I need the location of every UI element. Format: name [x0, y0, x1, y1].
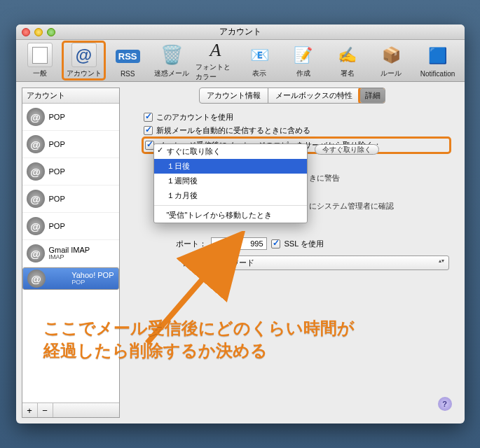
- toolbar-general[interactable]: 一般: [20, 43, 60, 78]
- dropdown-item[interactable]: １週間後: [154, 174, 307, 188]
- auth-label: 認証：: [144, 258, 207, 268]
- account-icon: @: [27, 108, 45, 126]
- close-window[interactable]: [22, 28, 30, 36]
- partial-text: にシステム管理者に確認: [309, 201, 394, 211]
- toolbar-rules[interactable]: 📦 ルール: [371, 43, 411, 78]
- divider: [154, 205, 307, 206]
- add-account-button[interactable]: +: [22, 403, 38, 417]
- toolbar-view[interactable]: 📧 表示: [240, 43, 280, 78]
- account-name: POP: [49, 167, 65, 176]
- toolbar-compose[interactable]: 📝 作成: [284, 43, 324, 78]
- dropdown-item-hover[interactable]: １日後: [154, 159, 307, 174]
- preferences-window: アカウント 一般 @ アカウント RSS RSS 🗑️ 迷惑メール A フォント…: [16, 24, 465, 424]
- account-row[interactable]: @POP: [22, 104, 119, 131]
- rss-icon: RSS: [115, 43, 140, 69]
- toolbar-accounts[interactable]: @ アカウント: [64, 43, 104, 78]
- minimize-window[interactable]: [34, 28, 43, 36]
- account-icon: @: [27, 217, 45, 235]
- help-button[interactable]: ?: [438, 397, 452, 411]
- account-name: POP: [49, 113, 65, 121]
- view-icon: 📧: [247, 43, 272, 67]
- checkbox-use-account[interactable]: [144, 113, 153, 122]
- account-row[interactable]: @Gmail IMAPIMAP: [22, 240, 119, 267]
- account-row-selected[interactable]: @Yahoo! POPPOP: [22, 267, 119, 290]
- toolbar-label: 迷惑メール: [154, 69, 189, 78]
- checkbox-auto-include[interactable]: [144, 126, 153, 135]
- signature-icon: ✍️: [335, 43, 360, 67]
- rules-icon: 📦: [378, 43, 404, 67]
- account-list: @POP @POP @POP @POP @POP @Gmail IMAPIMAP…: [22, 104, 119, 402]
- tab-mailbox[interactable]: メールボックスの特性: [268, 88, 360, 103]
- account-row[interactable]: @POP: [22, 186, 119, 213]
- junk-icon: 🗑️: [159, 43, 184, 67]
- checkbox-ssl[interactable]: [271, 239, 280, 248]
- checkbox-label: このアカウントを使用: [156, 112, 233, 122]
- toolbar-label: ルール: [380, 69, 402, 78]
- toolbar: 一般 @ アカウント RSS RSS 🗑️ 迷惑メール A フォントとカラー 📧…: [16, 40, 465, 82]
- ssl-label: SSL を使用: [284, 239, 324, 249]
- toolbar-label: 一般: [33, 69, 47, 78]
- tab-account-info[interactable]: アカウント情報: [200, 88, 268, 103]
- account-icon: @: [27, 270, 46, 288]
- account-row[interactable]: @POP: [22, 213, 119, 240]
- zoom-window[interactable]: [47, 28, 55, 36]
- window-title: アカウント: [219, 26, 261, 38]
- chevron-updown-icon: ▴▾: [439, 258, 444, 268]
- toolbar-junk[interactable]: 🗑️ 迷惑メール: [152, 43, 192, 78]
- toolbar-label: 署名: [341, 69, 355, 78]
- toolbar-label: Notification: [420, 70, 455, 78]
- sidebar-header: アカウント: [22, 88, 119, 104]
- port-input[interactable]: [211, 237, 267, 250]
- toolbar-signature[interactable]: ✍️ 署名: [327, 43, 367, 78]
- account-sub: POP: [71, 279, 114, 286]
- account-icon: @: [27, 135, 45, 153]
- toolbar-label: RSS: [121, 70, 135, 78]
- remove-account-button[interactable]: −: [38, 403, 53, 417]
- compose-icon: 📝: [291, 43, 316, 67]
- account-icon: @: [27, 190, 45, 208]
- toolbar-label: アカウント: [67, 69, 102, 78]
- account-sub: IMAP: [49, 254, 90, 261]
- dropdown-item[interactable]: １カ月後: [154, 188, 307, 203]
- account-name: POP: [49, 222, 65, 230]
- account-icon: @: [27, 244, 45, 262]
- account-row[interactable]: @POP: [22, 131, 119, 158]
- toolbar-notification[interactable]: 🟦 Notification: [416, 43, 460, 78]
- tab-advanced[interactable]: 詳細: [360, 88, 385, 103]
- dropdown-item[interactable]: "受信"トレイから移動したとき: [154, 208, 307, 223]
- checkbox-label: 新規メールを自動的に受信するときに含める: [156, 125, 310, 136]
- settings-panel: アカウント情報 メールボックスの特性 詳細 このアカウントを使用 新規メールを自…: [125, 88, 459, 418]
- at-icon: @: [71, 43, 97, 67]
- toolbar-label: 表示: [252, 69, 266, 78]
- remove-now-button[interactable]: 今すぐ取り除く: [315, 144, 379, 155]
- port-label: ポート：: [144, 239, 207, 249]
- accounts-sidebar: アカウント @POP @POP @POP @POP @POP @Gmail IM…: [22, 88, 120, 418]
- account-name: POP: [49, 195, 65, 203]
- account-icon: @: [27, 162, 45, 181]
- auth-value: パスワード: [216, 258, 254, 268]
- auth-select[interactable]: パスワード ▴▾: [211, 255, 449, 270]
- remove-now-container: 今すぐ取り除く: [309, 145, 379, 155]
- account-name: POP: [49, 140, 65, 148]
- font-icon: A: [203, 40, 228, 61]
- account-row[interactable]: @POP: [22, 158, 119, 186]
- partial-text: きに警告: [309, 173, 340, 183]
- toolbar-label: 作成: [296, 69, 310, 78]
- toolbar-fonts[interactable]: A フォントとカラー: [196, 43, 235, 78]
- toolbar-rss[interactable]: RSS RSS: [108, 43, 148, 78]
- toolbar-label: フォントとカラー: [196, 62, 235, 82]
- notification-icon: 🟦: [425, 43, 451, 69]
- titlebar: アカウント: [16, 24, 465, 40]
- dropdown-item[interactable]: すぐに取り除く: [154, 144, 307, 159]
- remove-timing-dropdown: すぐに取り除く １日後 １週間後 １カ月後 "受信"トレイから移動したとき: [153, 144, 308, 223]
- prefs-icon: [27, 43, 53, 67]
- checkbox-remove-copy[interactable]: [145, 141, 154, 150]
